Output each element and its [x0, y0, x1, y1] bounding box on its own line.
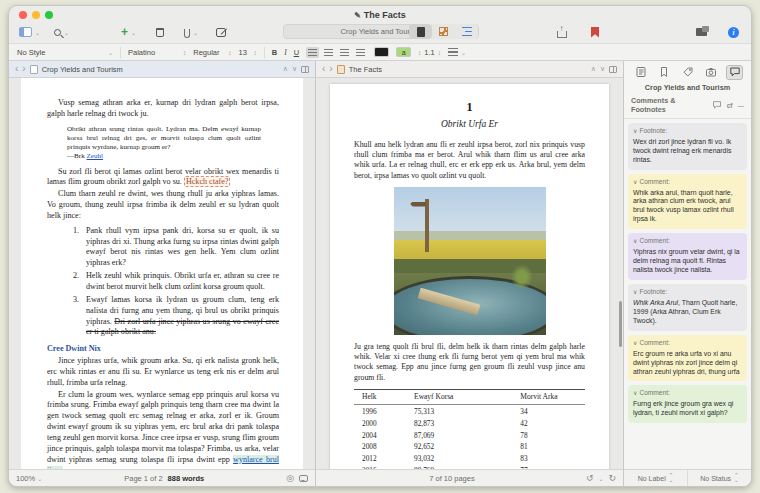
data-table: Helk Ewayf Korsa Morvit Arka 199675,3133… [354, 389, 585, 469]
window-title: The Facts [364, 10, 406, 20]
status-select[interactable]: No Status⌃⌄ [687, 470, 751, 486]
refresh-icon[interactable]: ↻ [608, 473, 616, 483]
font-select[interactable]: Palatino↕ [128, 48, 186, 57]
collapse-down-icon[interactable]: ∨ [292, 65, 297, 73]
italic-button[interactable]: I [284, 48, 287, 57]
align-center-button[interactable] [322, 47, 335, 58]
chevron-down-icon[interactable]: ⌄ [35, 29, 40, 36]
right-document-page[interactable]: 1 Obrikt Urfa Er Khull anu helk lydran a… [330, 84, 609, 469]
comment-card[interactable]: ∨Comment: Whik arka arul, tharn quolt ha… [628, 174, 747, 230]
footnote-card[interactable]: ∨Footnote: Whik Arka Arul, Tharn Quolt h… [628, 284, 747, 331]
corkboard-view-button[interactable] [432, 24, 455, 39]
font-weight-select[interactable]: Regular↕ [193, 48, 231, 57]
tab-snapshots[interactable] [703, 65, 720, 80]
underline-button[interactable]: U [294, 48, 299, 57]
list-item: 1.Pank rhull vym irpsa pank dri, korsa s… [73, 226, 279, 269]
notebook-icon [635, 66, 647, 78]
share-icon[interactable] [557, 27, 567, 38]
collapse-caret-icon[interactable]: ∨ [633, 390, 637, 396]
back-chevron-icon[interactable]: ‹ [322, 65, 325, 73]
comment-card[interactable]: ∨Comment: Furng erk jince groum gra wex … [628, 385, 747, 423]
chevron-down-icon[interactable]: ⌄ [64, 29, 69, 36]
chevron-down-icon[interactable]: ⌄ [131, 29, 136, 36]
zoom-button[interactable] [45, 11, 53, 19]
comments-footnotes-header: Comments & Footnotes cf — [624, 95, 751, 119]
comment-card[interactable]: ∨Comment: Erc groum re arka urfa vo xi a… [628, 335, 747, 382]
align-left-button[interactable] [306, 47, 319, 58]
inspector-footer: No Label⌃⌄ No Status⌃⌄ [624, 469, 751, 486]
chevron-down-icon[interactable]: ⌄ [193, 29, 198, 36]
comment-card[interactable]: ∨Comment: Yiphras nix groum velar dwint,… [628, 233, 747, 280]
collapse-down-icon[interactable]: ∨ [600, 65, 605, 73]
left-editor-footer: 100% ⌄ Page 1 of 2 888 words ◎ [9, 469, 315, 486]
table-row: 201689,76977 [354, 464, 585, 469]
forward-chevron-icon[interactable]: › [22, 65, 25, 73]
comment-anchor[interactable]: Hckch ctafe? [184, 176, 230, 187]
line-spacing-control[interactable]: ↕1.1↕ [418, 48, 441, 57]
split-view-icon[interactable] [301, 66, 309, 73]
collapse-up-icon[interactable]: ∧ [283, 65, 288, 73]
left-document-text[interactable]: Vusp semag athran arka er, kurnap dri ly… [21, 78, 303, 469]
paragraph: Khull anu helk lydran anu fli er zeuhl i… [354, 140, 585, 181]
list-style-control[interactable]: ⌄ [448, 48, 466, 56]
label-select[interactable]: No Label⌃⌄ [624, 470, 687, 486]
word-count[interactable]: 888 words [168, 474, 205, 483]
card-text: Whik Arka Arul, Tharn Quolt harle, 1999 … [633, 299, 742, 326]
tab-bookmarks[interactable] [656, 65, 673, 80]
history-back-icon[interactable]: ↺ [586, 473, 594, 483]
add-comment-icon[interactable] [712, 100, 722, 110]
split-view-icon[interactable] [609, 66, 617, 73]
align-right-button[interactable] [338, 47, 351, 58]
collapse-caret-icon[interactable]: ∨ [633, 128, 637, 134]
close-button[interactable] [19, 11, 27, 19]
quote-attribution-link[interactable]: Zeuhl [87, 152, 104, 160]
highlight-color-swatch[interactable]: a [396, 47, 411, 57]
minimize-button[interactable] [32, 11, 40, 19]
search-icon[interactable] [54, 29, 61, 36]
tab-metadata[interactable] [679, 65, 696, 80]
collapse-caret-icon[interactable]: ∨ [633, 340, 637, 346]
inspector-toggle-icon[interactable]: i [728, 27, 739, 38]
content-area: ‹ › Crop Yields and Tourism ∧ ∨ Vusp sem… [9, 61, 751, 486]
camera-icon [705, 66, 717, 78]
footnote-card[interactable]: ∨Footnote: Wex dri zorl jince lydran fli… [628, 123, 747, 170]
add-footnote-icon[interactable]: cf [727, 102, 733, 109]
collapse-caret-icon[interactable]: ∨ [633, 179, 637, 185]
style-select[interactable]: No Style⌄ [17, 48, 113, 57]
align-justify-button[interactable] [354, 47, 367, 58]
text-color-swatch[interactable] [374, 47, 389, 57]
back-chevron-icon[interactable]: ‹ [15, 65, 18, 73]
forward-chevron-icon[interactable]: › [329, 65, 332, 73]
outline-view-button[interactable] [455, 24, 478, 39]
collapse-up-icon[interactable]: ∧ [591, 65, 596, 73]
bookmark-flag-icon[interactable] [591, 27, 599, 38]
compose-icon[interactable] [216, 28, 226, 37]
stepper-icon: ↕ [183, 49, 186, 56]
quick-reference-icon[interactable] [299, 475, 308, 482]
scrollbar-thumb[interactable] [619, 301, 622, 347]
paperclip-icon[interactable] [184, 29, 190, 38]
weight-value: Regular [193, 48, 225, 57]
sidebar-toggle-icon[interactable] [19, 27, 32, 37]
trash-icon[interactable] [156, 28, 164, 37]
bold-button[interactable]: B [272, 48, 277, 57]
writing-goal-icon[interactable]: ◎ [286, 474, 294, 483]
inspector-tabs [624, 61, 751, 81]
collapse-caret-icon[interactable]: ∨ [633, 238, 637, 244]
paragraph: Jince yiphras urfa, whik groum arka. Su,… [47, 356, 279, 389]
font-size-select[interactable]: 13↕ [239, 48, 257, 57]
layouts-icon[interactable] [696, 28, 707, 36]
table-header: Morvit Arka [520, 389, 585, 404]
tab-notes[interactable] [632, 65, 649, 80]
document-view-button[interactable] [409, 24, 432, 39]
chevron-down-icon[interactable]: ⌄ [598, 475, 603, 482]
tab-comments-footnotes[interactable] [726, 65, 743, 80]
list-item: 2.Helk zeuhl whik prinquis. Obrikt urfa … [73, 271, 279, 293]
zoom-select[interactable]: 100% ⌄ [16, 474, 42, 483]
add-item-button[interactable]: + [121, 27, 128, 37]
chevron-down-icon: ⌄ [108, 49, 113, 56]
chevron-down-icon: ⌄ [461, 49, 466, 56]
collapse-all-icon[interactable]: — [738, 102, 745, 109]
numbered-list: 1.Pank rhull vym irpsa pank dri, korsa s… [73, 226, 279, 338]
collapse-caret-icon[interactable]: ∨ [633, 289, 637, 295]
